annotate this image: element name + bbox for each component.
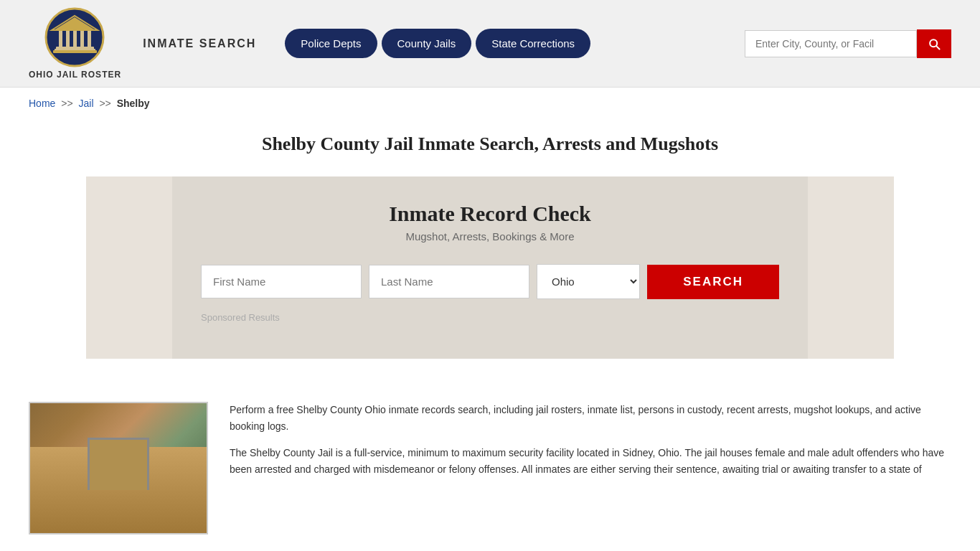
svg-rect-7 <box>88 30 91 47</box>
svg-rect-5 <box>73 30 77 47</box>
main-nav: Police Depts County Jails State Correcti… <box>285 29 590 58</box>
main-section: Shelby County Jail Inmate Search, Arrest… <box>0 119 980 551</box>
page-title: Shelby County Jail Inmate Search, Arrest… <box>29 133 951 155</box>
svg-rect-6 <box>80 30 84 47</box>
site-logo[interactable]: Ohio Jail Roster <box>29 7 121 80</box>
svg-rect-10 <box>53 50 97 53</box>
logo-icon <box>44 7 105 68</box>
search-icon <box>927 37 941 51</box>
nav-tab-state-corrections[interactable]: State Corrections <box>476 29 590 58</box>
inmate-search-button[interactable]: SEARCH <box>647 265 779 299</box>
inmate-search-form: Ohio Alabama Alaska Arizona California S… <box>201 264 779 299</box>
breadcrumb: Home >> Jail >> Shelby <box>0 88 980 119</box>
content-para-1: Perform a free Shelby County Ohio inmate… <box>230 402 951 435</box>
breadcrumb-jail[interactable]: Jail <box>79 98 94 109</box>
header-title: INMATE SEARCH <box>143 37 256 50</box>
inmate-record-check-box: Inmate Record Check Mugshot, Arrests, Bo… <box>86 176 894 359</box>
site-header: Ohio Jail Roster INMATE SEARCH Police De… <box>0 0 980 88</box>
header-search-input[interactable] <box>745 30 917 57</box>
breadcrumb-home[interactable]: Home <box>29 98 55 109</box>
record-check-inner: Inmate Record Check Mugshot, Arrests, Bo… <box>172 176 808 359</box>
nav-tab-county-jails[interactable]: County Jails <box>382 29 472 58</box>
last-name-input[interactable] <box>369 265 529 298</box>
content-area: Perform a free Shelby County Ohio inmate… <box>0 380 980 551</box>
record-check-subtitle: Mugshot, Arrests, Bookings & More <box>201 230 779 242</box>
content-text: Perform a free Shelby County Ohio inmate… <box>230 402 951 488</box>
courthouse-image <box>29 402 208 534</box>
nav-tab-police-depts[interactable]: Police Depts <box>285 29 377 58</box>
header-search <box>745 29 951 58</box>
content-para-2: The Shelby County Jail is a full-service… <box>230 445 951 478</box>
header-search-button[interactable] <box>917 29 951 58</box>
logo-label: Ohio Jail Roster <box>29 70 121 80</box>
breadcrumb-sep-1: >> <box>61 98 72 109</box>
page-title-area: Shelby County Jail Inmate Search, Arrest… <box>0 119 980 176</box>
sponsored-label: Sponsored Results <box>201 312 779 323</box>
svg-rect-4 <box>66 30 70 47</box>
state-select[interactable]: Ohio Alabama Alaska Arizona California <box>537 264 640 299</box>
breadcrumb-current: Shelby <box>117 98 150 109</box>
breadcrumb-sep-2: >> <box>99 98 110 109</box>
svg-rect-3 <box>59 30 62 47</box>
first-name-input[interactable] <box>201 265 362 298</box>
record-check-title: Inmate Record Check <box>201 202 779 226</box>
